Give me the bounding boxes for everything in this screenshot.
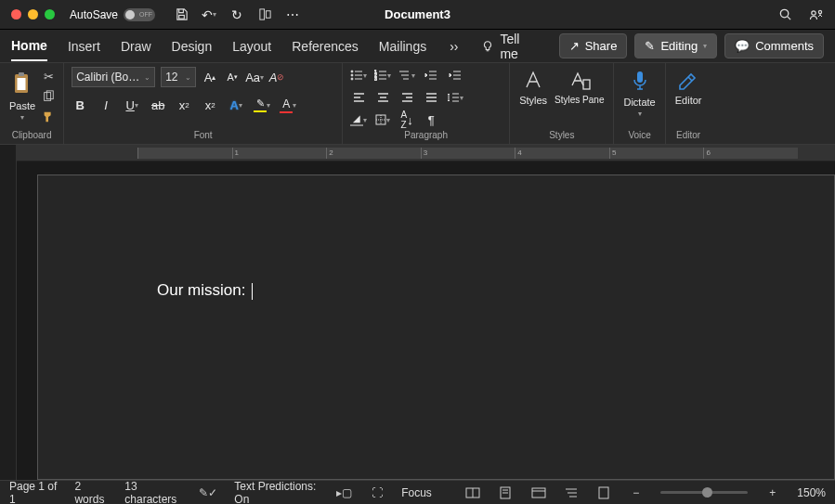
group-styles: Styles Styles Pane Styles <box>510 63 614 144</box>
styles-pane-button[interactable]: Styles Pane <box>553 67 606 107</box>
tab-design[interactable]: Design <box>172 32 213 60</box>
vertical-ruler[interactable] <box>0 145 17 480</box>
page-count[interactable]: Page 1 of 1 <box>9 480 58 505</box>
text-predictions[interactable]: Text Predictions: On <box>234 480 320 505</box>
copy-icon[interactable] <box>41 89 56 104</box>
zoom-slider[interactable] <box>660 491 748 494</box>
font-color-icon[interactable]: A▾ <box>280 97 296 113</box>
highlight-icon[interactable]: ✎▾ <box>254 97 270 113</box>
undo-icon[interactable]: ↶▾ <box>202 7 216 22</box>
group-label: Voice <box>621 130 657 142</box>
close-window-icon[interactable] <box>11 9 21 19</box>
superscript-icon[interactable]: x2 <box>202 97 218 113</box>
minimize-window-icon[interactable] <box>28 9 38 19</box>
sort-icon[interactable]: AZ↓ <box>398 111 415 128</box>
tab-draw[interactable]: Draw <box>121 32 151 60</box>
zoom-level[interactable]: 150% <box>797 486 826 499</box>
draft-icon[interactable] <box>595 485 611 500</box>
status-bar: Page 1 of 1 2 words 13 characters ✎✓ Tex… <box>0 480 835 504</box>
svg-point-5 <box>818 10 821 13</box>
print-layout-icon[interactable] <box>498 485 514 500</box>
toggle-switch-icon[interactable]: OFF <box>124 8 155 21</box>
italic-icon[interactable]: I <box>98 97 114 113</box>
spellcheck-icon[interactable]: ✎✓ <box>199 485 217 500</box>
numbering-icon[interactable]: 123▾ <box>374 67 391 84</box>
touch-mode-icon[interactable] <box>257 7 272 22</box>
font-size-dropdown[interactable]: 12⌄ <box>161 67 196 87</box>
line-spacing-icon[interactable]: ▾ <box>447 89 463 106</box>
document-body[interactable]: Our mission: <box>157 281 253 300</box>
autosave-label: AutoSave <box>70 8 118 21</box>
show-marks-icon[interactable]: ¶ <box>423 111 439 128</box>
save-icon[interactable] <box>174 7 189 22</box>
tell-me-label: Tell me <box>500 32 538 61</box>
paste-button[interactable]: Paste ▾ <box>7 67 37 123</box>
decrease-indent-icon[interactable] <box>423 67 439 84</box>
shading-icon[interactable]: ◢▾ <box>350 111 367 128</box>
more-tabs-icon[interactable]: ›› <box>447 39 461 54</box>
macro-icon[interactable]: ▸▢ <box>336 485 352 500</box>
focus-icon[interactable]: ⛶ <box>369 485 385 500</box>
borders-icon[interactable]: ▾ <box>374 111 391 128</box>
dictate-button[interactable]: Dictate ▾ <box>621 67 657 120</box>
underline-icon[interactable]: U▾ <box>124 97 140 113</box>
focus-label[interactable]: Focus <box>401 486 432 499</box>
svg-rect-18 <box>583 80 590 89</box>
maximize-window-icon[interactable] <box>45 9 55 19</box>
subscript-icon[interactable]: x2 <box>176 97 192 113</box>
tab-references[interactable]: References <box>292 32 359 60</box>
multilevel-icon[interactable]: ▾ <box>398 67 415 84</box>
font-name-dropdown[interactable]: Calibri (Bo…⌄ <box>72 67 155 87</box>
group-paragraph: ▾ 123▾ ▾ ▾ ◢▾ ▾ AZ↓ ¶ Paragraph <box>343 63 510 144</box>
outline-icon[interactable] <box>563 485 579 500</box>
tab-insert[interactable]: Insert <box>68 32 100 60</box>
autosave-toggle[interactable]: AutoSave OFF <box>70 8 155 21</box>
redo-icon[interactable]: ↻ <box>229 7 244 22</box>
lightbulb-icon <box>481 40 494 53</box>
bold-icon[interactable]: B <box>72 97 88 113</box>
editing-button[interactable]: ✎Editing▾ <box>634 33 717 58</box>
slider-thumb-icon[interactable] <box>702 487 712 498</box>
group-label: Paragraph <box>350 130 502 142</box>
increase-font-icon[interactable]: A▴ <box>202 69 218 85</box>
more-icon[interactable]: ⋯ <box>285 7 300 22</box>
editor-button[interactable]: Editor <box>673 67 704 108</box>
align-right-icon[interactable] <box>398 89 415 106</box>
tab-layout[interactable]: Layout <box>232 32 271 60</box>
clipboard-icon <box>10 69 34 98</box>
justify-icon[interactable] <box>423 89 439 106</box>
document-page[interactable]: Our mission: <box>37 174 835 480</box>
decrease-font-icon[interactable]: A▾ <box>224 69 241 85</box>
bullets-icon[interactable]: ▾ <box>350 67 367 84</box>
cut-icon[interactable]: ✂ <box>41 69 56 84</box>
svg-point-12 <box>351 74 353 76</box>
align-center-icon[interactable] <box>374 89 391 106</box>
comments-button[interactable]: 💬Comments <box>724 33 824 58</box>
tab-mailings[interactable]: Mailings <box>379 32 426 60</box>
share-people-icon[interactable] <box>809 7 824 22</box>
char-count[interactable]: 13 characters <box>124 480 182 505</box>
zoom-in-icon[interactable]: + <box>764 485 780 500</box>
zoom-out-icon[interactable]: − <box>628 485 644 500</box>
word-count[interactable]: 2 words <box>74 480 108 505</box>
clear-format-icon[interactable]: A⊘ <box>268 69 285 85</box>
group-label: Editor <box>673 130 704 142</box>
tab-home[interactable]: Home <box>11 32 47 61</box>
strikethrough-icon[interactable]: ab <box>150 97 166 113</box>
search-icon[interactable] <box>777 7 792 22</box>
group-clipboard: Paste ▾ ✂ Clipboard <box>0 63 64 144</box>
tell-me[interactable]: Tell me <box>481 32 538 61</box>
align-left-icon[interactable] <box>350 89 367 106</box>
styles-button[interactable]: Styles <box>517 67 549 108</box>
share-button[interactable]: ↗Share <box>559 33 628 58</box>
web-layout-icon[interactable] <box>530 485 546 500</box>
read-mode-icon[interactable] <box>465 485 481 500</box>
svg-rect-1 <box>259 9 264 19</box>
format-painter-icon[interactable] <box>41 110 56 124</box>
horizontal-ruler[interactable]: 123456 <box>17 145 835 162</box>
text-effects-icon[interactable]: A▾ <box>228 97 244 113</box>
increase-indent-icon[interactable] <box>447 67 463 84</box>
text-cursor <box>252 283 253 300</box>
svg-rect-8 <box>18 78 26 90</box>
change-case-icon[interactable]: Aa▾ <box>246 69 263 85</box>
